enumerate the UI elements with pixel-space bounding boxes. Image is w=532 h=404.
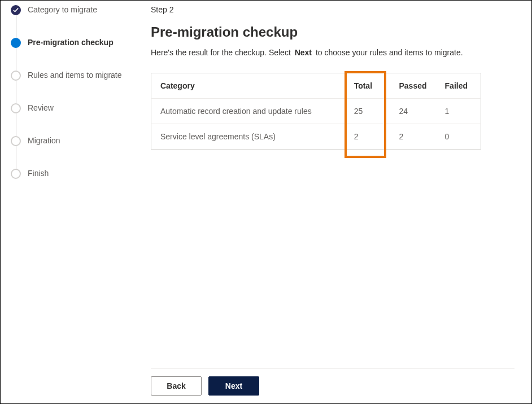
step-connector [16, 146, 16, 169]
step-pre-migration-checkup[interactable]: Pre-migration checkup [11, 38, 144, 71]
step-migration[interactable]: Migration [11, 136, 144, 169]
header-passed: Passed [390, 73, 436, 99]
checkup-table: Category Total Passed Failed Automatic r… [151, 73, 481, 150]
cell-passed: 24 [390, 99, 436, 124]
step-label: Category to migrate [28, 5, 97, 14]
step-connector [16, 113, 16, 136]
step-indicator: Step 2 [151, 5, 514, 14]
cell-total: 25 [345, 99, 390, 124]
step-review[interactable]: Review [11, 103, 144, 136]
step-finish[interactable]: Finish [11, 169, 144, 179]
check-icon [13, 7, 19, 13]
back-button[interactable]: Back [151, 376, 202, 396]
cell-passed: 2 [390, 124, 436, 150]
cell-category: Automatic record creation and update rul… [151, 99, 345, 124]
step-rules-and-items[interactable]: Rules and items to migrate [11, 71, 144, 103]
footer-separator [151, 368, 514, 368]
table-header-row: Category Total Passed Failed [151, 73, 481, 99]
step-label: Pre-migration checkup [28, 38, 114, 47]
cell-category: Service level agreements (SLAs) [151, 124, 345, 150]
description-before: Here's the result for the checkup. Selec… [151, 48, 291, 57]
step-category-to-migrate[interactable]: Category to migrate [11, 5, 144, 38]
page-description: Here's the result for the checkup. Selec… [151, 48, 514, 57]
cell-total: 2 [345, 124, 390, 150]
step-pending-icon [11, 103, 21, 113]
header-failed: Failed [436, 73, 481, 99]
step-current-icon [11, 38, 21, 48]
step-label: Finish [28, 169, 49, 178]
next-button[interactable]: Next [208, 376, 259, 396]
step-completed-icon [11, 5, 21, 15]
checkup-table-wrap: Category Total Passed Failed Automatic r… [151, 73, 481, 150]
spacer [151, 150, 514, 368]
steps-list: Category to migrate Pre-migration checku… [11, 5, 144, 179]
step-pending-icon [11, 169, 21, 179]
step-label: Review [28, 103, 54, 112]
page-title: Pre-migration checkup [151, 24, 514, 40]
step-connector [16, 48, 16, 71]
header-category: Category [151, 73, 345, 99]
cell-failed: 1 [436, 99, 481, 124]
footer-actions: Back Next [151, 376, 514, 398]
cell-failed: 0 [436, 124, 481, 150]
header-total: Total [345, 73, 390, 99]
step-label: Rules and items to migrate [28, 71, 122, 80]
table-row: Automatic record creation and update rul… [151, 99, 481, 124]
step-label: Migration [28, 136, 60, 145]
description-strong: Next [293, 48, 313, 57]
description-after: to choose your rules and items to migrat… [316, 48, 463, 57]
step-connector [16, 15, 16, 38]
step-pending-icon [11, 71, 21, 81]
table-row: Service level agreements (SLAs) 2 2 0 [151, 124, 481, 150]
step-pending-icon [11, 136, 21, 146]
wizard-stepper: Category to migrate Pre-migration checku… [1, 1, 147, 403]
step-connector [16, 81, 16, 103]
main-content: Step 2 Pre-migration checkup Here's the … [147, 1, 531, 403]
